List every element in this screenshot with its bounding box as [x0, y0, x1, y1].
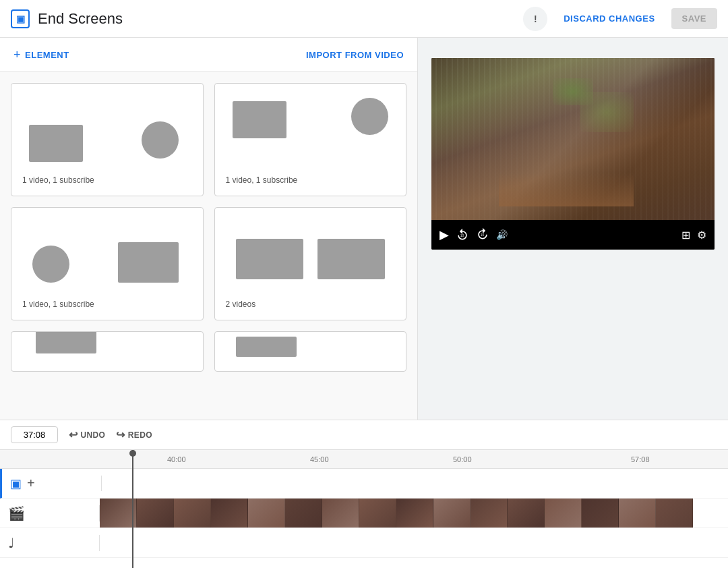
settings-icon[interactable]: ⚙ — [697, 229, 706, 242]
filmstrip-frame-15 — [619, 499, 656, 528]
feedback-icon[interactable]: ! — [523, 7, 547, 31]
template-video-shape-4a — [236, 239, 303, 279]
template-preview-5 — [22, 343, 192, 360]
timeline-toolbar: ↩ UNDO ↪ REDO — [0, 420, 728, 450]
template-preview-2 — [226, 94, 396, 169]
template-video-shape-2 — [233, 101, 286, 138]
template-preview-3 — [22, 219, 192, 293]
endscreen-track-content — [102, 469, 728, 498]
filmstrip-frame-14 — [582, 499, 619, 528]
template-label-4: 2 videos — [226, 300, 396, 309]
svg-text:10: 10 — [460, 233, 464, 237]
video-thumbnail — [431, 58, 715, 220]
template-video-shape-5 — [36, 331, 96, 353]
current-time-input[interactable] — [11, 426, 58, 443]
filmstrip-frame-11 — [471, 499, 508, 528]
ruler-mark-3: 50:00 — [453, 455, 472, 463]
template-label-2: 1 video, 1 subscribe — [226, 175, 396, 185]
header: ▣ End Screens ! DISCARD CHANGES SAVE — [0, 0, 728, 38]
video-hands — [499, 173, 634, 206]
video-track-label: 🎬 — [0, 505, 100, 521]
endscreen-track-area[interactable] — [102, 469, 728, 498]
filmstrip-frame-7 — [322, 499, 359, 528]
video-controls: ▶ 10 10 🔊 — [431, 220, 715, 250]
discard-changes-button[interactable]: DISCARD CHANGES — [555, 8, 663, 29]
volume-icon[interactable]: 🔊 — [496, 229, 508, 240]
header-left: ▣ End Screens — [11, 9, 123, 28]
grid-icon[interactable]: ⊞ — [681, 229, 690, 242]
template-label-3: 1 video, 1 subscribe — [22, 300, 192, 309]
audio-track-row: ♩ — [0, 528, 728, 558]
filmstrip-frame-6 — [285, 499, 322, 528]
ruler-mark-4: 57:08 — [631, 455, 650, 463]
endscreen-track-icon: ▣ — [10, 476, 22, 491]
import-from-video-button[interactable]: IMPORT FROM VIDEO — [306, 50, 404, 60]
panel-toolbar: + ELEMENT IMPORT FROM VIDEO — [0, 38, 417, 72]
template-preview-6 — [226, 343, 396, 360]
timeline-ruler: 40:00 45:00 50:00 57:08 — [0, 450, 728, 469]
endscreen-add-button[interactable]: + — [27, 476, 35, 491]
filmstrip-frame-10 — [433, 499, 471, 528]
audio-track-label: ♩ — [0, 535, 100, 551]
play-icon[interactable]: ▶ — [439, 227, 449, 242]
ruler-mark-1: 40:00 — [167, 455, 186, 463]
undo-button[interactable]: ↩ UNDO — [69, 428, 105, 441]
header-right: ! DISCARD CHANGES SAVE — [523, 7, 717, 31]
filmstrip-frame-3 — [174, 499, 211, 528]
filmstrip-frame-2 — [137, 499, 174, 528]
filmstrip-frame-4 — [211, 499, 248, 528]
filmstrip-frame-8 — [359, 499, 396, 528]
undo-icon: ↩ — [69, 428, 78, 441]
bottom-bar: ↩ UNDO ↪ REDO 40:00 45:00 50:00 57:08 ▣ … — [0, 420, 728, 568]
template-label-1: 1 video, 1 subscribe — [22, 175, 192, 185]
template-card-4[interactable]: 2 videos — [214, 207, 407, 320]
template-circle-shape-3 — [32, 246, 69, 283]
video-leaf-2 — [580, 92, 634, 132]
redo-button[interactable]: ↪ REDO — [116, 428, 152, 441]
template-circle-shape-2 — [351, 98, 388, 135]
svg-text:10: 10 — [481, 232, 485, 236]
rewind-10-icon[interactable]: 10 — [456, 228, 469, 242]
template-card-2[interactable]: 1 video, 1 subscribe — [214, 83, 407, 196]
ruler-mark-2: 45:00 — [310, 455, 329, 463]
video-track-content — [100, 499, 728, 528]
controls-left: ▶ 10 10 🔊 — [439, 227, 508, 243]
filmstrip-frame-1 — [100, 499, 137, 528]
save-button[interactable]: SAVE — [671, 8, 717, 29]
page-title: End Screens — [38, 10, 123, 28]
template-video-shape-1 — [29, 125, 83, 162]
filmstrip-frame-12 — [508, 499, 545, 528]
filmstrip-frame-16 — [656, 499, 693, 528]
template-video-shape-4b — [317, 239, 385, 279]
add-element-button[interactable]: + ELEMENT — [13, 49, 69, 61]
end-screens-icon: ▣ — [11, 9, 30, 28]
template-circle-shape-1 — [142, 121, 179, 159]
filmstrip-frame-13 — [545, 499, 582, 528]
filmstrip-frame-9 — [396, 499, 433, 528]
template-preview-4 — [226, 219, 396, 293]
audio-track-content — [100, 528, 728, 557]
forward-10-icon[interactable]: 10 — [476, 227, 489, 243]
template-card-3[interactable]: 1 video, 1 subscribe — [11, 207, 204, 320]
filmstrip — [100, 499, 728, 528]
video-preview: ▶ 10 10 🔊 — [431, 58, 715, 250]
endscreen-track-label: ▣ + — [2, 476, 102, 491]
template-card-6[interactable] — [214, 331, 407, 372]
video-track-row: 🎬 — [0, 499, 728, 528]
plus-icon: + — [13, 49, 21, 61]
controls-right: ⊞ ⚙ — [681, 229, 706, 242]
timeline-tracks: ▣ + 🎬 — [0, 469, 728, 568]
template-video-shape-3 — [118, 242, 179, 283]
filmstrip-frame-5 — [248, 499, 285, 528]
template-preview-1 — [22, 94, 192, 169]
template-video-shape-6 — [236, 337, 297, 357]
audio-track-icon: ♩ — [8, 535, 14, 551]
redo-icon: ↪ — [116, 428, 125, 441]
template-card-1[interactable]: 1 video, 1 subscribe — [11, 83, 204, 196]
video-track-icon: 🎬 — [8, 505, 25, 521]
endscreen-track-row: ▣ + — [0, 469, 728, 499]
template-card-5[interactable] — [11, 331, 204, 372]
